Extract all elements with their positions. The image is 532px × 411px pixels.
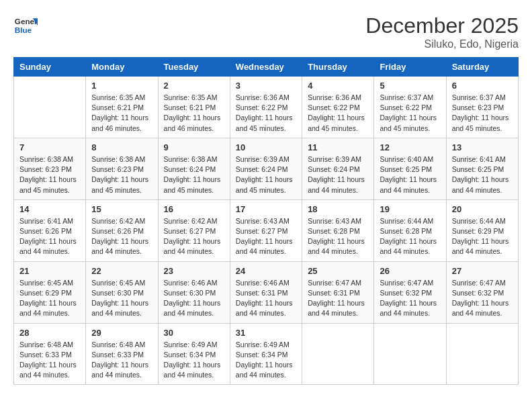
day-info: Sunrise: 6:37 AMSunset: 6:22 PMDaylight:… bbox=[380, 93, 440, 134]
week-row-4: 21Sunrise: 6:45 AMSunset: 6:29 PMDayligh… bbox=[14, 261, 519, 323]
calendar-cell: 25Sunrise: 6:47 AMSunset: 6:31 PMDayligh… bbox=[302, 261, 374, 323]
day-info: Sunrise: 6:46 AMSunset: 6:30 PMDaylight:… bbox=[164, 278, 224, 319]
logo: General Blue bbox=[13, 13, 38, 38]
calendar-cell: 6Sunrise: 6:37 AMSunset: 6:23 PMDaylight… bbox=[446, 77, 518, 138]
calendar-table: SundayMondayTuesdayWednesdayThursdayFrid… bbox=[13, 57, 519, 385]
location-subtitle: Siluko, Edo, Nigeria bbox=[365, 38, 519, 50]
calendar-cell: 1Sunrise: 6:35 AMSunset: 6:21 PMDaylight… bbox=[86, 77, 158, 138]
day-number: 4 bbox=[308, 81, 368, 91]
calendar-header-row: SundayMondayTuesdayWednesdayThursdayFrid… bbox=[14, 58, 519, 77]
day-number: 7 bbox=[19, 142, 80, 152]
day-info: Sunrise: 6:46 AMSunset: 6:31 PMDaylight:… bbox=[236, 278, 296, 319]
day-info: Sunrise: 6:37 AMSunset: 6:23 PMDaylight:… bbox=[452, 93, 513, 134]
day-info: Sunrise: 6:41 AMSunset: 6:26 PMDaylight:… bbox=[19, 216, 80, 257]
week-row-3: 14Sunrise: 6:41 AMSunset: 6:26 PMDayligh… bbox=[14, 199, 519, 261]
day-info: Sunrise: 6:43 AMSunset: 6:28 PMDaylight:… bbox=[308, 216, 368, 257]
day-number: 31 bbox=[236, 328, 296, 338]
day-number: 24 bbox=[236, 266, 296, 276]
calendar-cell bbox=[302, 323, 374, 385]
day-info: Sunrise: 6:36 AMSunset: 6:22 PMDaylight:… bbox=[236, 93, 296, 134]
day-number: 25 bbox=[308, 266, 368, 276]
day-header-friday: Friday bbox=[374, 58, 446, 77]
calendar-cell bbox=[14, 77, 86, 138]
day-info: Sunrise: 6:39 AMSunset: 6:24 PMDaylight:… bbox=[308, 154, 368, 195]
calendar-cell: 23Sunrise: 6:46 AMSunset: 6:30 PMDayligh… bbox=[158, 261, 230, 323]
day-number: 22 bbox=[91, 266, 152, 276]
day-info: Sunrise: 6:35 AMSunset: 6:21 PMDaylight:… bbox=[164, 93, 224, 134]
calendar-cell: 20Sunrise: 6:44 AMSunset: 6:29 PMDayligh… bbox=[446, 199, 518, 261]
day-number: 2 bbox=[164, 81, 224, 91]
day-header-monday: Monday bbox=[86, 58, 158, 77]
calendar-cell bbox=[374, 323, 446, 385]
day-number: 3 bbox=[236, 81, 296, 91]
day-header-sunday: Sunday bbox=[14, 58, 86, 77]
day-number: 18 bbox=[308, 204, 368, 214]
day-number: 10 bbox=[236, 142, 296, 152]
day-number: 21 bbox=[19, 266, 80, 276]
calendar-cell: 9Sunrise: 6:38 AMSunset: 6:24 PMDaylight… bbox=[158, 138, 230, 199]
day-info: Sunrise: 6:47 AMSunset: 6:32 PMDaylight:… bbox=[380, 278, 440, 319]
calendar-cell: 19Sunrise: 6:44 AMSunset: 6:28 PMDayligh… bbox=[374, 199, 446, 261]
calendar-cell: 24Sunrise: 6:46 AMSunset: 6:31 PMDayligh… bbox=[230, 261, 302, 323]
calendar-cell bbox=[446, 323, 518, 385]
day-info: Sunrise: 6:41 AMSunset: 6:25 PMDaylight:… bbox=[452, 154, 513, 195]
day-header-wednesday: Wednesday bbox=[230, 58, 302, 77]
calendar-cell: 29Sunrise: 6:48 AMSunset: 6:33 PMDayligh… bbox=[86, 323, 158, 385]
week-row-2: 7Sunrise: 6:38 AMSunset: 6:23 PMDaylight… bbox=[14, 138, 519, 199]
day-number: 28 bbox=[19, 328, 80, 338]
calendar-cell: 27Sunrise: 6:47 AMSunset: 6:32 PMDayligh… bbox=[446, 261, 518, 323]
calendar-cell: 16Sunrise: 6:42 AMSunset: 6:27 PMDayligh… bbox=[158, 199, 230, 261]
day-number: 1 bbox=[91, 81, 152, 91]
month-title: December 2025 bbox=[365, 13, 519, 38]
day-number: 16 bbox=[164, 204, 224, 214]
day-number: 19 bbox=[380, 204, 440, 214]
day-number: 15 bbox=[91, 204, 152, 214]
day-info: Sunrise: 6:39 AMSunset: 6:24 PMDaylight:… bbox=[236, 154, 296, 195]
day-info: Sunrise: 6:42 AMSunset: 6:27 PMDaylight:… bbox=[164, 216, 224, 257]
svg-text:General: General bbox=[15, 17, 38, 26]
calendar-cell: 28Sunrise: 6:48 AMSunset: 6:33 PMDayligh… bbox=[14, 323, 86, 385]
calendar-cell: 30Sunrise: 6:49 AMSunset: 6:34 PMDayligh… bbox=[158, 323, 230, 385]
day-number: 20 bbox=[452, 204, 513, 214]
day-number: 17 bbox=[236, 204, 296, 214]
calendar-cell: 15Sunrise: 6:42 AMSunset: 6:26 PMDayligh… bbox=[86, 199, 158, 261]
day-info: Sunrise: 6:38 AMSunset: 6:23 PMDaylight:… bbox=[91, 154, 152, 195]
calendar-cell: 10Sunrise: 6:39 AMSunset: 6:24 PMDayligh… bbox=[230, 138, 302, 199]
day-info: Sunrise: 6:48 AMSunset: 6:33 PMDaylight:… bbox=[19, 340, 80, 381]
day-info: Sunrise: 6:47 AMSunset: 6:32 PMDaylight:… bbox=[452, 278, 513, 319]
day-info: Sunrise: 6:45 AMSunset: 6:30 PMDaylight:… bbox=[91, 278, 152, 319]
calendar-cell: 2Sunrise: 6:35 AMSunset: 6:21 PMDaylight… bbox=[158, 77, 230, 138]
calendar-cell: 26Sunrise: 6:47 AMSunset: 6:32 PMDayligh… bbox=[374, 261, 446, 323]
calendar-cell: 11Sunrise: 6:39 AMSunset: 6:24 PMDayligh… bbox=[302, 138, 374, 199]
calendar-cell: 4Sunrise: 6:36 AMSunset: 6:22 PMDaylight… bbox=[302, 77, 374, 138]
day-header-tuesday: Tuesday bbox=[158, 58, 230, 77]
day-info: Sunrise: 6:49 AMSunset: 6:34 PMDaylight:… bbox=[236, 340, 296, 381]
day-info: Sunrise: 6:44 AMSunset: 6:29 PMDaylight:… bbox=[452, 216, 513, 257]
day-number: 27 bbox=[452, 266, 513, 276]
calendar-cell: 17Sunrise: 6:43 AMSunset: 6:27 PMDayligh… bbox=[230, 199, 302, 261]
svg-text:Blue: Blue bbox=[15, 26, 32, 34]
day-header-thursday: Thursday bbox=[302, 58, 374, 77]
calendar-cell: 7Sunrise: 6:38 AMSunset: 6:23 PMDaylight… bbox=[14, 138, 86, 199]
day-number: 12 bbox=[380, 142, 440, 152]
day-number: 30 bbox=[164, 328, 224, 338]
title-block: December 2025 Siluko, Edo, Nigeria bbox=[365, 13, 519, 50]
day-info: Sunrise: 6:40 AMSunset: 6:25 PMDaylight:… bbox=[380, 154, 440, 195]
calendar-cell: 3Sunrise: 6:36 AMSunset: 6:22 PMDaylight… bbox=[230, 77, 302, 138]
day-info: Sunrise: 6:48 AMSunset: 6:33 PMDaylight:… bbox=[91, 340, 152, 381]
day-number: 29 bbox=[91, 328, 152, 338]
week-row-1: 1Sunrise: 6:35 AMSunset: 6:21 PMDaylight… bbox=[14, 77, 519, 138]
calendar-cell: 13Sunrise: 6:41 AMSunset: 6:25 PMDayligh… bbox=[446, 138, 518, 199]
day-info: Sunrise: 6:47 AMSunset: 6:31 PMDaylight:… bbox=[308, 278, 368, 319]
calendar-cell: 18Sunrise: 6:43 AMSunset: 6:28 PMDayligh… bbox=[302, 199, 374, 261]
calendar-cell: 22Sunrise: 6:45 AMSunset: 6:30 PMDayligh… bbox=[86, 261, 158, 323]
day-info: Sunrise: 6:35 AMSunset: 6:21 PMDaylight:… bbox=[91, 93, 152, 134]
day-info: Sunrise: 6:36 AMSunset: 6:22 PMDaylight:… bbox=[308, 93, 368, 134]
day-info: Sunrise: 6:38 AMSunset: 6:24 PMDaylight:… bbox=[164, 154, 224, 195]
page-header: General Blue December 2025 Siluko, Edo, … bbox=[13, 13, 519, 50]
day-number: 11 bbox=[308, 142, 368, 152]
day-number: 6 bbox=[452, 81, 513, 91]
logo-icon: General Blue bbox=[13, 13, 38, 38]
calendar-cell: 5Sunrise: 6:37 AMSunset: 6:22 PMDaylight… bbox=[374, 77, 446, 138]
day-info: Sunrise: 6:45 AMSunset: 6:29 PMDaylight:… bbox=[19, 278, 80, 319]
